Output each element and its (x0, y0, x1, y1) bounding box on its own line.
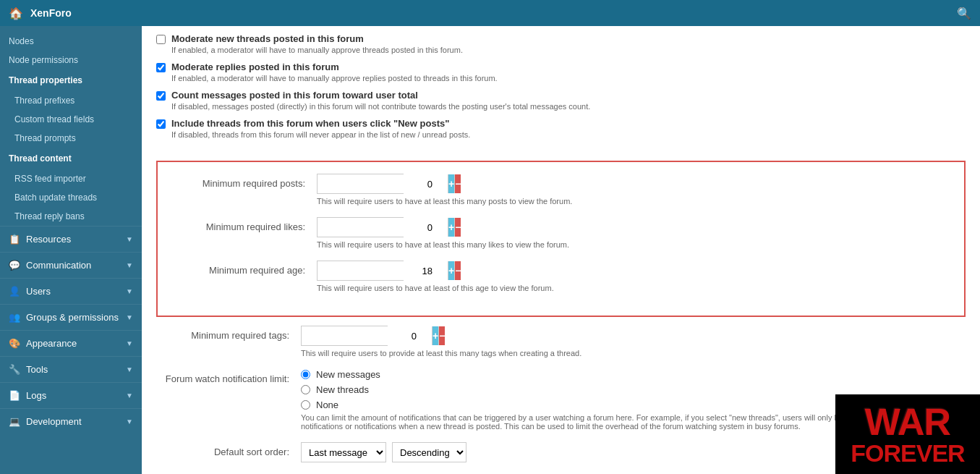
sidebar-item-thread-prompts[interactable]: Thread prompts (0, 129, 142, 148)
sidebar-item-thread-reply-bans[interactable]: Thread reply bans (0, 207, 142, 226)
appearance-icon: 🎨 (9, 338, 20, 349)
min-posts-row: Minimum required posts: + − This will re… (172, 174, 950, 206)
min-age-minus-button[interactable]: − (454, 261, 461, 280)
section-thread-properties: Thread properties (0, 69, 142, 91)
forum-watch-label: Forum watch notification limit: (156, 369, 301, 384)
min-age-input[interactable] (318, 261, 448, 280)
logs-nav-left: 📄 Logs (9, 390, 46, 401)
sidebar-nav-groups-permissions[interactable]: 👥 Groups & permissions ▼ (0, 304, 142, 330)
min-likes-minus-button[interactable]: − (454, 218, 461, 237)
sidebar-item-custom-thread-fields[interactable]: Custom thread fields (0, 110, 142, 129)
min-tags-row: Minimum required tags: + − This will req… (142, 326, 980, 357)
sidebar-nav-resources[interactable]: 📋 Resources ▼ (0, 226, 142, 252)
min-posts-minus-button[interactable]: − (454, 174, 461, 193)
resources-nav-left: 📋 Resources (9, 234, 71, 245)
radio-new-messages[interactable] (301, 370, 310, 379)
include-threads-checkbox[interactable] (156, 119, 166, 129)
radio-none[interactable] (301, 400, 310, 410)
radio-row-new-threads[interactable]: New threads (301, 384, 966, 395)
home-icon[interactable]: 🏠 (9, 7, 23, 20)
min-posts-plus-button[interactable]: + (448, 174, 454, 193)
development-nav-left: 💻 Development (9, 416, 82, 427)
include-threads-label: Include threads from this forum when use… (171, 118, 470, 129)
sort-order-select[interactable]: Last message Post date Title Reply count… (301, 442, 386, 462)
min-tags-input-group: + − (301, 326, 388, 346)
min-posts-input[interactable] (318, 174, 448, 193)
communication-chevron: ▼ (126, 261, 133, 269)
users-icon: 👤 (9, 286, 20, 297)
min-age-input-group: + − (317, 261, 404, 281)
sidebar-item-rss-feed-importer[interactable]: RSS feed importer (0, 169, 142, 188)
radio-new-threads-label: New threads (316, 384, 369, 395)
tools-chevron: ▼ (126, 365, 133, 373)
min-likes-desc: This will require users to have at least… (317, 240, 950, 249)
min-age-desc: This will require users to have at least… (317, 284, 950, 292)
sidebar-nav-tools[interactable]: 🔧 Tools ▼ (0, 356, 142, 382)
checkboxes-section: Moderate new threads posted in this foru… (142, 26, 980, 153)
sidebar-nav-logs[interactable]: 📄 Logs ▼ (0, 382, 142, 408)
count-messages-checkbox[interactable] (156, 91, 166, 101)
sidebar-item-node-permissions[interactable]: Node permissions (0, 51, 142, 69)
min-posts-desc: This will require users to have at least… (317, 197, 950, 206)
sidebar-item-thread-prefixes[interactable]: Thread prefixes (0, 91, 142, 110)
min-tags-desc: This will require users to provide at le… (301, 349, 966, 357)
topbar-left: 🏠 XenForo (9, 7, 72, 20)
min-tags-content: + − This will require users to provide a… (301, 326, 966, 357)
moderate-threads-checkbox[interactable] (156, 35, 166, 44)
sidebar: Nodes Node permissions Thread properties… (0, 26, 142, 474)
development-icon: 💻 (9, 416, 20, 427)
moderate-replies-label: Moderate replies posted in this forum (171, 62, 498, 72)
appearance-nav-left: 🎨 Appearance (9, 338, 77, 349)
app-logo: XenForo (30, 7, 72, 19)
min-tags-plus-button[interactable]: + (432, 326, 438, 345)
logs-chevron: ▼ (126, 392, 133, 399)
count-messages-label: Count messages posted in this forum towa… (171, 90, 590, 101)
checkbox-row-count-messages: Count messages posted in this forum towa… (156, 90, 966, 111)
moderate-threads-content: Moderate new threads posted in this foru… (171, 33, 463, 54)
highlight-box: Minimum required posts: + − This will re… (156, 161, 966, 317)
sort-direction-select[interactable]: Descending Ascending (392, 442, 466, 462)
development-label: Development (26, 416, 82, 427)
radio-row-new-messages[interactable]: New messages (301, 369, 966, 380)
moderate-replies-checkbox[interactable] (156, 63, 166, 72)
min-likes-input[interactable] (318, 218, 448, 237)
include-threads-desc: If disabled, threads from this forum wil… (171, 130, 470, 139)
moderate-threads-label: Moderate new threads posted in this foru… (171, 33, 463, 44)
radio-none-label: None (316, 399, 338, 410)
min-likes-plus-button[interactable]: + (448, 218, 454, 237)
radio-new-threads[interactable] (301, 385, 310, 394)
search-icon[interactable]: 🔍 (957, 7, 971, 20)
min-tags-input[interactable] (302, 326, 432, 345)
min-likes-input-group: + − (317, 217, 404, 237)
checkbox-row-moderate-threads: Moderate new threads posted in this foru… (156, 33, 966, 54)
tools-nav-left: 🔧 Tools (9, 364, 48, 375)
min-tags-label: Minimum required tags: (156, 326, 301, 341)
communication-icon: 💬 (9, 260, 20, 271)
sidebar-nav-development[interactable]: 💻 Development ▼ (0, 408, 142, 434)
war-forever-overlay: WAR FOREVER (835, 394, 980, 474)
tools-icon: 🔧 (9, 364, 20, 375)
min-age-plus-button[interactable]: + (448, 261, 454, 280)
sort-order-label: Default sort order: (156, 442, 301, 457)
min-likes-label: Minimum required likes: (172, 217, 317, 232)
sidebar-nav-appearance[interactable]: 🎨 Appearance ▼ (0, 330, 142, 356)
min-likes-content: + − This will require users to have at l… (317, 217, 950, 249)
logs-label: Logs (26, 390, 46, 401)
appearance-label: Appearance (26, 338, 77, 349)
radio-new-messages-label: New messages (316, 369, 380, 380)
appearance-chevron: ▼ (126, 339, 133, 347)
resources-icon: 📋 (9, 234, 20, 245)
sidebar-item-nodes[interactable]: Nodes (0, 32, 142, 51)
min-tags-minus-button[interactable]: − (438, 326, 445, 345)
min-age-row: Minimum required age: + − This will requ… (172, 261, 950, 292)
sidebar-nav-users[interactable]: 👤 Users ▼ (0, 278, 142, 304)
tools-label: Tools (26, 364, 48, 375)
include-threads-content: Include threads from this forum when use… (171, 118, 470, 139)
sidebar-nav-communication[interactable]: 💬 Communication ▼ (0, 252, 142, 278)
moderate-replies-desc: If enabled, a moderator will have to man… (171, 74, 498, 82)
min-posts-label: Minimum required posts: (172, 174, 317, 189)
users-chevron: ▼ (126, 287, 133, 295)
section-thread-content: Thread content (0, 148, 142, 169)
sidebar-item-batch-update-threads[interactable]: Batch update threads (0, 188, 142, 207)
topbar: 🏠 XenForo 🔍 (0, 0, 980, 26)
